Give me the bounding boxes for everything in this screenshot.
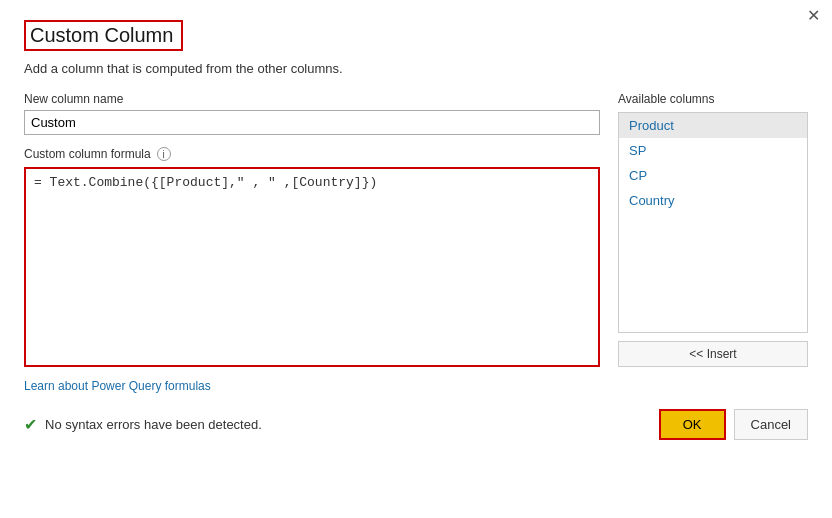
available-columns-label: Available columns xyxy=(618,92,808,106)
column-item-country[interactable]: Country xyxy=(619,188,807,213)
cancel-button[interactable]: Cancel xyxy=(734,409,808,440)
ok-button[interactable]: OK xyxy=(659,409,726,440)
column-item-product[interactable]: Product xyxy=(619,113,807,138)
check-icon: ✔ xyxy=(24,415,37,434)
formula-label-row: Custom column formula i xyxy=(24,147,600,161)
main-content: New column name Custom column formula i … xyxy=(24,92,808,367)
column-item-cp[interactable]: CP xyxy=(619,163,807,188)
custom-column-dialog: ✕ Custom Column Add a column that is com… xyxy=(0,0,832,518)
column-name-label: New column name xyxy=(24,92,600,106)
dialog-subtitle: Add a column that is computed from the o… xyxy=(24,61,808,76)
footer: ✔ No syntax errors have been detected. O… xyxy=(24,409,808,440)
learn-link[interactable]: Learn about Power Query formulas xyxy=(24,379,211,393)
info-icon[interactable]: i xyxy=(157,147,171,161)
dialog-title: Custom Column xyxy=(24,20,183,51)
status-row: ✔ No syntax errors have been detected. xyxy=(24,415,262,434)
button-row: OK Cancel xyxy=(659,409,808,440)
insert-button[interactable]: << Insert xyxy=(618,341,808,367)
left-panel: New column name Custom column formula i xyxy=(24,92,600,367)
formula-label: Custom column formula xyxy=(24,147,151,161)
column-name-input[interactable] xyxy=(24,110,600,135)
status-text: No syntax errors have been detected. xyxy=(45,417,262,432)
column-item-sp[interactable]: SP xyxy=(619,138,807,163)
formula-textarea[interactable] xyxy=(24,167,600,367)
close-button[interactable]: ✕ xyxy=(807,8,820,24)
right-panel: Available columns Product SP CP Country … xyxy=(618,92,808,367)
columns-list: Product SP CP Country xyxy=(618,112,808,333)
